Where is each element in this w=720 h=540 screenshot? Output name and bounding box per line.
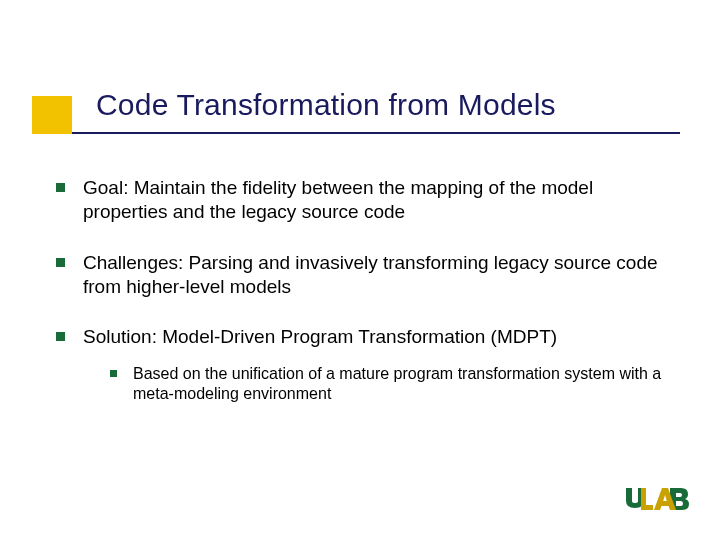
sub-bullet-item: Based on the unification of a mature pro… <box>110 364 676 406</box>
title-underline <box>72 132 680 134</box>
bullet-text: Solution: Model-Driven Program Transform… <box>83 325 557 349</box>
uab-logo <box>624 486 690 512</box>
bullet-square-icon <box>56 183 65 192</box>
title-accent-block <box>32 96 72 134</box>
bullet-item: Goal: Maintain the fidelity between the … <box>56 176 676 225</box>
bullet-square-icon <box>56 332 65 341</box>
slide-title: Code Transformation from Models <box>72 88 680 132</box>
sub-bullet-text: Based on the unification of a mature pro… <box>133 364 676 406</box>
bullet-square-icon <box>56 258 65 267</box>
bullet-item: Challenges: Parsing and invasively trans… <box>56 251 676 300</box>
bullet-text: Goal: Maintain the fidelity between the … <box>83 176 676 225</box>
svg-rect-1 <box>641 505 653 510</box>
bullet-item: Solution: Model-Driven Program Transform… <box>56 325 676 349</box>
sub-bullet-list: Based on the unification of a mature pro… <box>110 364 676 406</box>
bullet-text: Challenges: Parsing and invasively trans… <box>83 251 676 300</box>
bullet-square-icon <box>110 370 117 377</box>
slide-body: Goal: Maintain the fidelity between the … <box>56 176 676 415</box>
title-region: Code Transformation from Models <box>72 88 680 134</box>
